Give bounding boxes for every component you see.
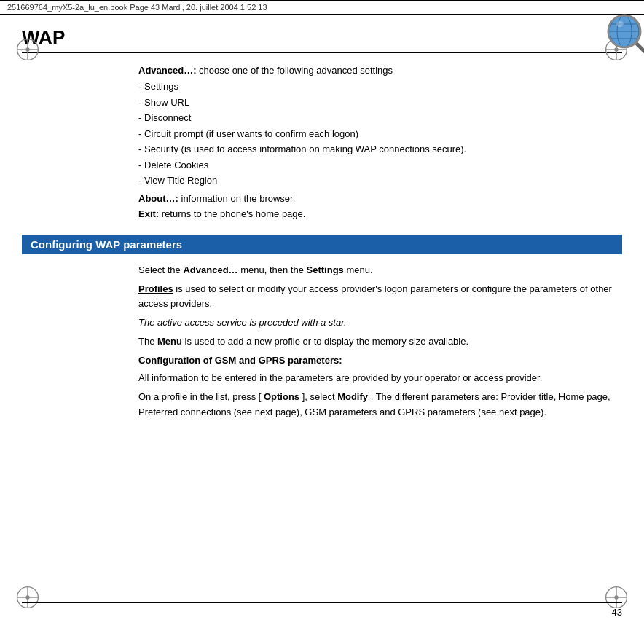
config-text-content: All information to be entered in the par… xyxy=(138,372,542,383)
svg-point-3 xyxy=(25,47,29,51)
about-description: information on the browser. xyxy=(181,193,296,204)
about-line: About…: information on the browser. xyxy=(138,192,622,206)
list-item: Show URL xyxy=(138,95,622,111)
svg-point-11 xyxy=(25,595,29,599)
list-item: View Title Region xyxy=(138,173,622,189)
options-line: On a profile in the list, press [ Option… xyxy=(138,390,622,419)
settings-bold: Settings xyxy=(307,264,344,275)
advanced-section: Advanced…: choose one of the following a… xyxy=(138,65,622,223)
wap-header-section: WAP xyxy=(22,22,622,53)
advanced-description: choose one of the following advanced set… xyxy=(199,65,393,76)
list-item: Settings xyxy=(138,79,622,95)
profiles-label: Profiles xyxy=(138,283,173,294)
wap-top-row: WAP xyxy=(22,22,622,53)
config-text: All information to be entered in the par… xyxy=(138,371,622,385)
page-number: 43 xyxy=(612,607,622,618)
menu-text: is used to add a new profile or to displ… xyxy=(185,336,468,347)
wap-title: WAP xyxy=(22,26,622,53)
advanced-menu-list: Settings Show URL Disconnect Circuit pro… xyxy=(138,79,622,189)
list-item: Circuit prompt (if user wants to confirm… xyxy=(138,126,622,142)
top-bar: 251669764_myX5-2a_lu_en.book Page 43 Mar… xyxy=(0,0,644,15)
advanced-bold: Advanced… xyxy=(183,264,237,275)
options-bold2: Modify xyxy=(337,391,368,402)
wap-globe-icon xyxy=(604,11,644,51)
profiles-line: Profiles is used to select or modify you… xyxy=(138,282,622,311)
exit-label: Exit: xyxy=(138,208,159,219)
svg-point-15 xyxy=(614,595,618,599)
list-item: Disconnect xyxy=(138,110,622,126)
select-end: menu. xyxy=(346,264,372,275)
advanced-label: Advanced…: xyxy=(138,65,196,76)
options-prefix: On a profile in the list, press [ xyxy=(138,391,261,402)
config-heading-text: Configuration of GSM and GPRS parameters… xyxy=(138,355,342,366)
section-header: Configuring WAP parameters xyxy=(22,235,622,254)
top-bar-text: 251669764_myX5-2a_lu_en.book Page 43 Mar… xyxy=(7,3,267,12)
select-advanced-line: Select the Advanced… menu, then the Sett… xyxy=(138,263,622,278)
select-prefix: Select the xyxy=(138,264,183,275)
advanced-line: Advanced…: choose one of the following a… xyxy=(138,65,622,76)
section-header-text: Configuring WAP parameters xyxy=(31,238,182,251)
menu-line: The Menu is used to add a new profile or… xyxy=(138,334,622,349)
italic-text: The active access service is preceded wi… xyxy=(138,317,347,328)
corner-top-left xyxy=(15,36,41,63)
corner-bottom-left xyxy=(15,584,41,610)
list-item: Security (is used to access information … xyxy=(138,141,622,157)
menu-bold: Menu xyxy=(157,336,182,347)
italic-line: The active access service is preceded wi… xyxy=(138,315,622,330)
about-label: About…: xyxy=(138,193,178,204)
select-mid: menu, then the xyxy=(240,264,306,275)
menu-prefix: The xyxy=(138,336,157,347)
profiles-text: is used to select or modify your access … xyxy=(138,283,612,309)
exit-description: returns to the phone's home page. xyxy=(162,208,306,219)
exit-line: Exit: returns to the phone's home page. xyxy=(138,207,622,221)
bottom-rule xyxy=(22,602,622,603)
options-mid: ], select xyxy=(302,391,337,402)
page: WAP xyxy=(0,15,644,632)
config-heading: Configuration of GSM and GPRS parameters… xyxy=(138,353,622,368)
list-item: Delete Cookies xyxy=(138,157,622,173)
body-content: Select the Advanced… menu, then the Sett… xyxy=(138,263,622,424)
options-bold1: Options xyxy=(264,391,299,402)
